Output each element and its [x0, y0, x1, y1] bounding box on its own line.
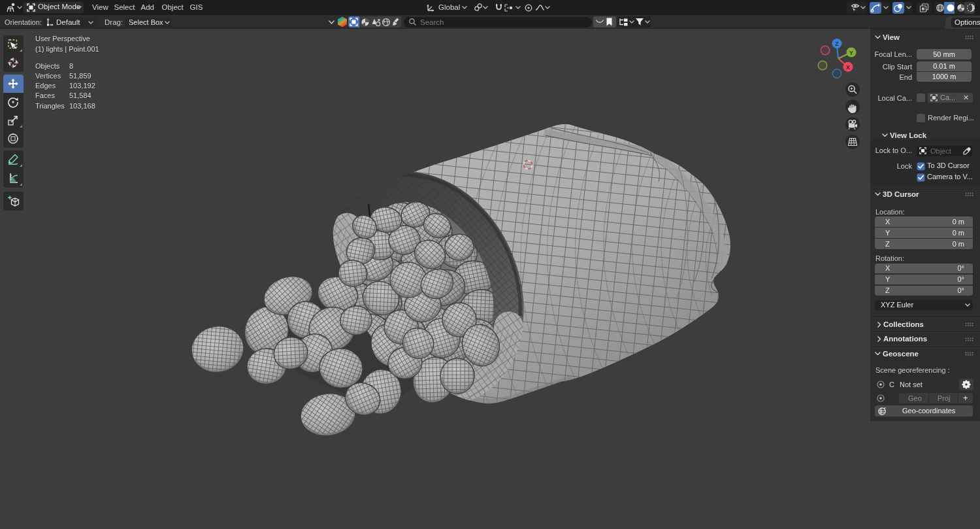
svg-text:Z: Z — [835, 41, 839, 47]
